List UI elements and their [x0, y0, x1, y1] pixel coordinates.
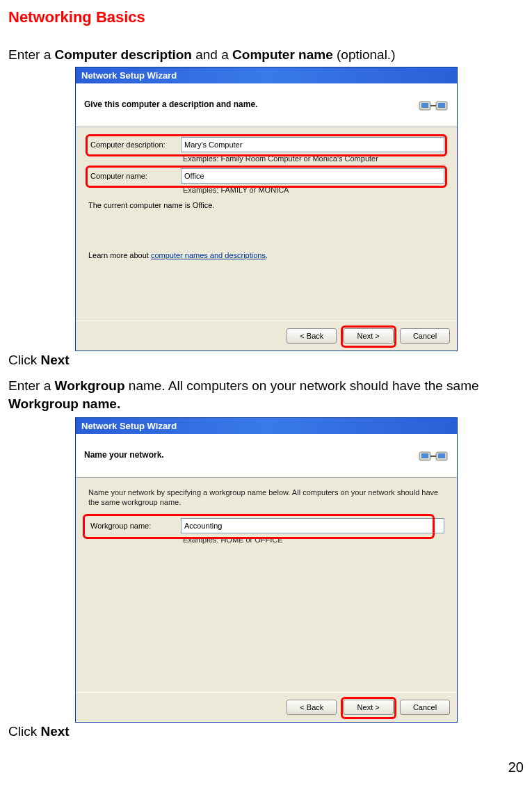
workgroup-label: Workgroup name: [88, 522, 181, 530]
learn-more: Learn more about computer names and desc… [88, 251, 444, 259]
dialog-header: Give this computer a description and nam… [76, 83, 457, 127]
network-setup-wizard-dialog-2: Network Setup Wizard Name your network. … [75, 417, 458, 723]
bold: Computer name [232, 47, 333, 62]
svg-rect-2 [421, 103, 428, 108]
dialog-header-text: Give this computer a description and nam… [84, 99, 257, 109]
back-button[interactable]: < Back [287, 700, 337, 715]
text: Enter a [8, 378, 55, 393]
text: Click [8, 353, 40, 367]
cancel-button[interactable]: Cancel [400, 700, 450, 715]
svg-rect-3 [438, 103, 445, 108]
dialog-body: Name your network by specifying a workgr… [76, 478, 457, 692]
next-button[interactable]: Next > [344, 328, 394, 344]
svg-rect-6 [421, 453, 428, 458]
text: Learn more about [88, 251, 151, 259]
page-number: 20 [8, 759, 524, 775]
button-bar: < Back Next > Cancel [76, 321, 457, 351]
next-button[interactable]: Next > [344, 700, 394, 715]
computer-name-hint: Examples: FAMILY or MONICA [179, 186, 444, 194]
computer-description-input[interactable] [181, 137, 444, 152]
computer-name-label: Computer name: [88, 172, 181, 180]
page-title: Networking Basics [8, 8, 524, 26]
step1-instruction: Enter a Computer description and a Compu… [8, 46, 524, 64]
network-icon [418, 89, 449, 120]
click-next-2: Click Next [8, 723, 524, 741]
bold: Workgroup [55, 378, 125, 393]
cancel-button[interactable]: Cancel [400, 328, 450, 344]
text: Enter a [8, 47, 55, 62]
computer-description-label: Computer description: [88, 140, 181, 149]
bold: Computer description [55, 47, 192, 62]
step2-instruction: Enter a Workgroup name. All computers on… [8, 377, 524, 412]
learn-more-link[interactable]: computer names and descriptions [151, 251, 266, 259]
dialog-header: Name your network. [76, 434, 457, 478]
bold: Workgroup name. [8, 396, 120, 411]
bold: Next [40, 724, 69, 739]
svg-rect-7 [438, 453, 445, 458]
network-setup-wizard-dialog-1: Network Setup Wizard Give this computer … [75, 67, 458, 351]
current-name-line: The current computer name is Office. [88, 201, 444, 209]
text: name. All computers on your network shou… [125, 378, 479, 393]
dialog-body: Computer description: Examples: Family R… [76, 127, 457, 321]
workgroup-hint: Examples: HOME or OFFICE [179, 536, 444, 544]
back-button[interactable]: < Back [287, 328, 337, 344]
computer-name-input[interactable] [181, 168, 444, 184]
text: and a [192, 47, 232, 62]
bold: Next [40, 353, 69, 367]
dialog-header-text: Name your network. [84, 450, 164, 460]
network-icon [418, 440, 449, 470]
dialog-titlebar: Network Setup Wizard [76, 67, 457, 83]
dialog-titlebar: Network Setup Wizard [76, 418, 457, 434]
text: (optional.) [333, 47, 396, 62]
workgroup-input[interactable] [181, 518, 444, 533]
click-next-1: Click Next [8, 351, 524, 369]
computer-description-hint: Examples: Family Room Computer or Monica… [179, 154, 444, 163]
panel-intro: Name your network by specifying a workgr… [88, 488, 444, 508]
button-bar: < Back Next > Cancel [76, 692, 457, 722]
text: Click [8, 724, 40, 739]
